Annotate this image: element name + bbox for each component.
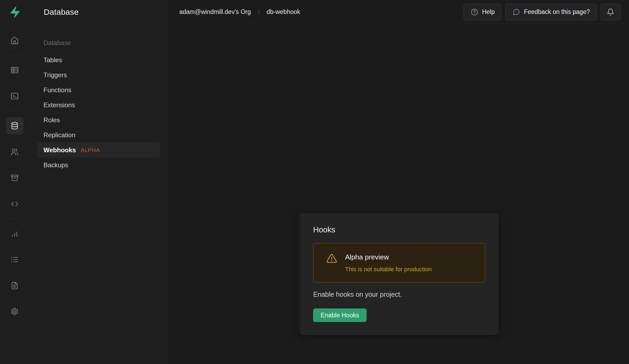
rail-api-docs-icon[interactable] <box>6 277 23 294</box>
sidebar-item-label: Triggers <box>43 71 67 79</box>
message-bubble-icon <box>512 8 520 16</box>
sidebar-item-backups[interactable]: Backups <box>37 158 160 173</box>
page-title: Database <box>44 8 79 17</box>
top-bar: adam@windmill.dev's Org / db-webhook Hel… <box>167 0 629 24</box>
sidebar-item-webhooks[interactable]: WebhooksALPHA <box>37 143 160 158</box>
breadcrumb: adam@windmill.dev's Org / db-webhook <box>179 8 300 16</box>
rail-table-editor-icon[interactable] <box>6 61 23 79</box>
sidebar-section-label: Database <box>37 35 160 50</box>
content-area: Hooks Alpha preview This is not suitable… <box>167 24 629 364</box>
warning-title: Alpha preview <box>345 252 432 262</box>
rail-reports-icon[interactable] <box>6 225 23 242</box>
rail-auth-users-icon[interactable] <box>6 143 23 160</box>
rail-home-icon[interactable] <box>6 32 23 49</box>
sidebar-item-label: Replication <box>43 131 75 139</box>
sidebar-item-triggers[interactable]: Triggers <box>37 68 160 83</box>
hooks-card-description: Enable hooks on your project. <box>313 290 485 298</box>
hooks-card: Hooks Alpha preview This is not suitable… <box>300 213 499 335</box>
rail-divider <box>9 55 21 55</box>
rail-settings-icon[interactable] <box>6 303 23 320</box>
breadcrumb-org[interactable]: adam@windmill.dev's Org <box>179 8 251 16</box>
breadcrumb-project[interactable]: db-webhook <box>266 8 300 16</box>
breadcrumb-separator: / <box>258 8 260 16</box>
rail-database-icon[interactable] <box>6 117 23 134</box>
rail-edge-functions-icon[interactable] <box>6 195 23 212</box>
icon-rail <box>0 0 30 364</box>
sidebar-item-roles[interactable]: Roles <box>37 113 160 128</box>
rail-divider <box>9 218 21 219</box>
help-button[interactable]: Help <box>463 4 502 20</box>
database-sidebar: Database Database TablesTriggersFunction… <box>30 0 167 364</box>
feedback-button[interactable]: Feedback on this page? <box>505 4 597 20</box>
sidebar-item-label: Roles <box>43 116 60 124</box>
main-area: adam@windmill.dev's Org / db-webhook Hel… <box>167 0 629 364</box>
help-circle-icon <box>470 8 478 16</box>
sidebar-item-label: Functions <box>43 86 71 94</box>
rail-logs-icon[interactable] <box>6 251 23 268</box>
supabase-logo-icon[interactable] <box>9 6 21 18</box>
rail-nav <box>0 24 29 320</box>
help-button-label: Help <box>482 8 495 16</box>
warning-description: This is not suitable for production <box>345 266 432 273</box>
rail-divider <box>9 111 21 111</box>
warning-text: Alpha preview This is not suitable for p… <box>345 243 432 273</box>
logo-area <box>0 0 29 24</box>
sidebar-item-extensions[interactable]: Extensions <box>37 98 160 113</box>
enable-hooks-button-label: Enable Hooks <box>321 312 359 319</box>
sidebar-item-replication[interactable]: Replication <box>37 128 160 143</box>
notifications-button[interactable] <box>601 4 620 20</box>
alert-triangle-icon <box>326 253 337 264</box>
alpha-preview-warning: Alpha preview This is not suitable for p… <box>313 243 485 283</box>
top-bar-actions: Help Feedback on this page? <box>463 4 620 20</box>
feedback-button-label: Feedback on this page? <box>524 8 590 16</box>
rail-storage-icon[interactable] <box>6 169 23 186</box>
sidebar-header: Database <box>30 0 167 24</box>
hooks-card-title: Hooks <box>313 225 485 234</box>
sidebar-item-label: Tables <box>43 56 62 64</box>
bell-icon <box>606 8 615 16</box>
sidebar-menu: Database TablesTriggersFunctionsExtensio… <box>30 24 167 173</box>
sidebar-item-label: Extensions <box>43 101 75 109</box>
alpha-badge: ALPHA <box>81 147 100 153</box>
sidebar-item-functions[interactable]: Functions <box>37 83 160 98</box>
sidebar-item-label: Webhooks <box>43 146 76 154</box>
sidebar-item-label: Backups <box>43 161 68 169</box>
enable-hooks-button[interactable]: Enable Hooks <box>313 309 367 322</box>
rail-sql-editor-icon[interactable] <box>6 87 23 105</box>
sidebar-item-tables[interactable]: Tables <box>37 53 160 68</box>
